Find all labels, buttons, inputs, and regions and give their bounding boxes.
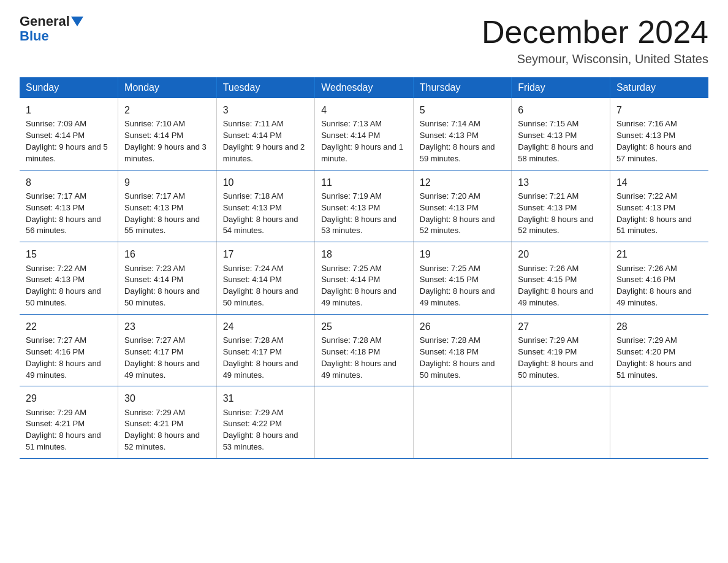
sunset-text: Sunset: 4:13 PM — [518, 131, 577, 140]
day-of-week-wednesday: Wednesday — [315, 77, 414, 98]
sunrise-text: Sunrise: 7:15 AM — [518, 119, 578, 128]
daylight-text: Daylight: 8 hours and 53 minutes. — [223, 431, 298, 451]
calendar-cell: 21Sunrise: 7:26 AMSunset: 4:16 PMDayligh… — [610, 242, 708, 315]
day-number: 3 — [223, 103, 309, 117]
sunrise-text: Sunrise: 7:29 AM — [124, 408, 185, 417]
sunset-text: Sunset: 4:13 PM — [616, 131, 675, 140]
day-of-week-tuesday: Tuesday — [216, 77, 315, 98]
sunset-text: Sunset: 4:15 PM — [518, 275, 577, 284]
calendar-cell: 15Sunrise: 7:22 AMSunset: 4:13 PMDayligh… — [20, 242, 118, 315]
day-of-week-sunday: Sunday — [20, 77, 118, 98]
daylight-text: Daylight: 8 hours and 50 minutes. — [420, 359, 495, 380]
sunset-text: Sunset: 4:18 PM — [420, 347, 479, 356]
sunrise-text: Sunrise: 7:29 AM — [223, 408, 284, 417]
sunset-text: Sunset: 4:14 PM — [321, 275, 380, 284]
sunset-text: Sunset: 4:13 PM — [321, 203, 380, 212]
calendar-cell: 2Sunrise: 7:10 AMSunset: 4:14 PMDaylight… — [118, 98, 217, 170]
calendar-cell: 12Sunrise: 7:20 AMSunset: 4:13 PMDayligh… — [413, 170, 512, 242]
daylight-text: Daylight: 9 hours and 1 minute. — [321, 142, 403, 163]
day-of-week-saturday: Saturday — [610, 77, 708, 98]
sunset-text: Sunset: 4:20 PM — [616, 347, 675, 356]
sunset-text: Sunset: 4:16 PM — [26, 347, 85, 356]
daylight-text: Daylight: 8 hours and 56 minutes. — [26, 215, 101, 236]
sunrise-text: Sunrise: 7:28 AM — [321, 335, 382, 345]
daylight-text: Daylight: 8 hours and 53 minutes. — [321, 215, 396, 236]
calendar-week-row: 15Sunrise: 7:22 AMSunset: 4:13 PMDayligh… — [20, 242, 708, 315]
calendar-cell — [315, 386, 414, 459]
month-year-title: December 2024 — [482, 15, 708, 50]
sunrise-text: Sunrise: 7:21 AM — [518, 191, 578, 201]
sunrise-text: Sunrise: 7:16 AM — [616, 119, 677, 128]
calendar-week-row: 8Sunrise: 7:17 AMSunset: 4:13 PMDaylight… — [20, 170, 708, 242]
day-number: 28 — [616, 320, 702, 334]
calendar-cell: 29Sunrise: 7:29 AMSunset: 4:21 PMDayligh… — [20, 386, 118, 459]
daylight-text: Daylight: 8 hours and 49 minutes. — [223, 359, 298, 380]
title-block: December 2024 Seymour, Wisconsin, United… — [482, 15, 708, 66]
calendar-cell: 24Sunrise: 7:28 AMSunset: 4:17 PMDayligh… — [216, 314, 315, 386]
calendar-cell: 11Sunrise: 7:19 AMSunset: 4:13 PMDayligh… — [315, 170, 414, 242]
sunset-text: Sunset: 4:17 PM — [223, 347, 282, 356]
calendar-header-row: SundayMondayTuesdayWednesdayThursdayFrid… — [20, 77, 708, 98]
calendar-cell: 6Sunrise: 7:15 AMSunset: 4:13 PMDaylight… — [512, 98, 610, 170]
logo-general-text: General — [20, 15, 70, 28]
daylight-text: Daylight: 9 hours and 5 minutes. — [26, 142, 108, 163]
calendar-cell: 28Sunrise: 7:29 AMSunset: 4:20 PMDayligh… — [610, 314, 708, 386]
day-number: 27 — [518, 320, 604, 334]
calendar-cell: 23Sunrise: 7:27 AMSunset: 4:17 PMDayligh… — [118, 314, 217, 386]
calendar-cell: 30Sunrise: 7:29 AMSunset: 4:21 PMDayligh… — [118, 386, 217, 459]
calendar-cell: 26Sunrise: 7:28 AMSunset: 4:18 PMDayligh… — [413, 314, 512, 386]
day-number: 7 — [616, 103, 702, 117]
sunset-text: Sunset: 4:13 PM — [518, 203, 577, 212]
day-of-week-thursday: Thursday — [413, 77, 512, 98]
day-number: 11 — [321, 175, 407, 190]
sunrise-text: Sunrise: 7:29 AM — [518, 335, 578, 345]
calendar-week-row: 1Sunrise: 7:09 AMSunset: 4:14 PMDaylight… — [20, 98, 708, 170]
daylight-text: Daylight: 8 hours and 55 minutes. — [124, 215, 200, 236]
daylight-text: Daylight: 8 hours and 49 minutes. — [124, 359, 200, 380]
daylight-text: Daylight: 8 hours and 49 minutes. — [518, 286, 593, 307]
sunset-text: Sunset: 4:13 PM — [26, 203, 85, 212]
daylight-text: Daylight: 8 hours and 49 minutes. — [321, 359, 396, 380]
sunrise-text: Sunrise: 7:26 AM — [616, 264, 677, 273]
calendar-cell: 16Sunrise: 7:23 AMSunset: 4:14 PMDayligh… — [118, 242, 217, 315]
day-of-week-friday: Friday — [512, 77, 610, 98]
day-number: 1 — [26, 103, 112, 117]
sunset-text: Sunset: 4:14 PM — [124, 275, 183, 284]
calendar-cell: 13Sunrise: 7:21 AMSunset: 4:13 PMDayligh… — [512, 170, 610, 242]
calendar-week-row: 22Sunrise: 7:27 AMSunset: 4:16 PMDayligh… — [20, 314, 708, 386]
daylight-text: Daylight: 8 hours and 58 minutes. — [518, 142, 593, 163]
sunset-text: Sunset: 4:15 PM — [420, 275, 479, 284]
sunrise-text: Sunrise: 7:29 AM — [616, 335, 677, 345]
sunrise-text: Sunrise: 7:18 AM — [223, 191, 284, 201]
sunrise-text: Sunrise: 7:13 AM — [321, 119, 382, 128]
sunset-text: Sunset: 4:16 PM — [616, 275, 675, 284]
calendar-cell: 10Sunrise: 7:18 AMSunset: 4:13 PMDayligh… — [216, 170, 315, 242]
day-number: 12 — [420, 175, 506, 190]
day-number: 14 — [616, 175, 702, 190]
calendar-cell: 22Sunrise: 7:27 AMSunset: 4:16 PMDayligh… — [20, 314, 118, 386]
calendar-week-row: 29Sunrise: 7:29 AMSunset: 4:21 PMDayligh… — [20, 386, 708, 459]
sunset-text: Sunset: 4:14 PM — [223, 131, 282, 140]
daylight-text: Daylight: 8 hours and 59 minutes. — [420, 142, 495, 163]
sunset-text: Sunset: 4:21 PM — [124, 419, 183, 428]
daylight-text: Daylight: 8 hours and 49 minutes. — [321, 286, 396, 307]
day-number: 2 — [124, 103, 210, 117]
daylight-text: Daylight: 8 hours and 50 minutes. — [223, 286, 298, 307]
sunset-text: Sunset: 4:14 PM — [26, 131, 85, 140]
day-number: 13 — [518, 175, 604, 190]
sunrise-text: Sunrise: 7:24 AM — [223, 264, 284, 273]
calendar-cell: 18Sunrise: 7:25 AMSunset: 4:14 PMDayligh… — [315, 242, 414, 315]
day-number: 5 — [420, 103, 506, 117]
sunrise-text: Sunrise: 7:26 AM — [518, 264, 578, 273]
sunset-text: Sunset: 4:19 PM — [518, 347, 577, 356]
day-number: 16 — [124, 247, 210, 261]
daylight-text: Daylight: 8 hours and 51 minutes. — [616, 215, 692, 236]
daylight-text: Daylight: 9 hours and 3 minutes. — [124, 142, 207, 163]
daylight-text: Daylight: 9 hours and 2 minutes. — [223, 142, 305, 163]
sunset-text: Sunset: 4:18 PM — [321, 347, 380, 356]
sunset-text: Sunset: 4:13 PM — [26, 275, 85, 284]
calendar-cell: 14Sunrise: 7:22 AMSunset: 4:13 PMDayligh… — [610, 170, 708, 242]
sunrise-text: Sunrise: 7:17 AM — [26, 191, 86, 201]
day-number: 31 — [223, 391, 309, 405]
calendar-cell: 4Sunrise: 7:13 AMSunset: 4:14 PMDaylight… — [315, 98, 414, 170]
